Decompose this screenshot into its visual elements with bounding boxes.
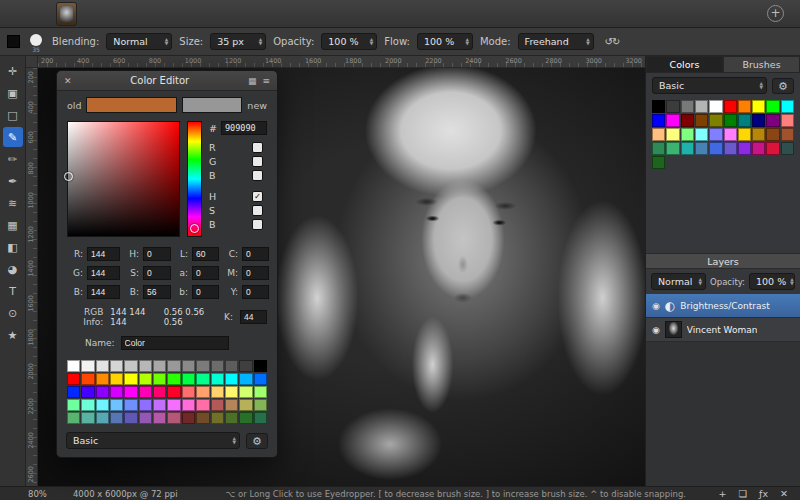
color-swatch[interactable]	[182, 412, 195, 424]
color-swatch[interactable]	[781, 128, 794, 141]
color-swatch[interactable]	[196, 373, 209, 385]
eye-icon[interactable]: ◉	[652, 325, 660, 335]
hex-input[interactable]	[221, 121, 267, 135]
gear-icon[interactable]: ⚙	[772, 78, 794, 94]
color-swatch[interactable]	[239, 399, 252, 411]
delete-layer-icon[interactable]: ✕	[780, 488, 788, 499]
color-swatch[interactable]	[96, 360, 109, 372]
color-swatch[interactable]	[167, 412, 180, 424]
hue-marker[interactable]	[190, 224, 199, 233]
favorites-star-tool[interactable]: ★	[3, 325, 23, 345]
c-input[interactable]	[242, 247, 269, 261]
color-swatch[interactable]	[652, 142, 665, 155]
color-swatch[interactable]	[124, 399, 137, 411]
color-swatch[interactable]	[153, 360, 166, 372]
color-swatch[interactable]	[766, 128, 779, 141]
color-swatch[interactable]	[709, 128, 722, 141]
checkbox-icon[interactable]: ✓	[252, 219, 263, 230]
ink-pen-tool[interactable]: ✒	[3, 171, 23, 191]
color-swatch[interactable]	[752, 100, 765, 113]
color-swatch[interactable]	[81, 412, 94, 424]
saturation-brightness-field[interactable]	[67, 121, 180, 237]
color-swatch[interactable]	[225, 412, 238, 424]
s-input[interactable]	[143, 266, 171, 280]
color-swatch[interactable]	[67, 360, 80, 372]
color-swatch[interactable]	[781, 100, 794, 113]
color-swatch[interactable]	[681, 142, 694, 155]
panel-menu-icon[interactable]: ≡	[262, 76, 270, 86]
tab-colors[interactable]: Colors	[646, 56, 723, 73]
color-swatch[interactable]	[211, 412, 224, 424]
color-swatch[interactable]	[182, 399, 195, 411]
zoom-tool[interactable]: ⊙	[3, 303, 23, 323]
color-swatch[interactable]	[652, 100, 665, 113]
color-swatch[interactable]	[67, 412, 80, 424]
color-swatch[interactable]	[738, 142, 751, 155]
channel-row-h[interactable]: H ✓	[209, 189, 263, 203]
color-swatch[interactable]	[666, 128, 679, 141]
color-swatch[interactable]	[738, 128, 751, 141]
color-swatch[interactable]	[766, 142, 779, 155]
color-swatch[interactable]	[724, 114, 737, 127]
color-swatch[interactable]	[67, 386, 80, 398]
m-input[interactable]	[242, 266, 269, 280]
color-swatch[interactable]	[239, 360, 252, 372]
move-tool[interactable]: ✛	[3, 61, 23, 81]
color-swatch[interactable]	[666, 100, 679, 113]
color-swatch[interactable]	[709, 100, 722, 113]
a-input[interactable]	[192, 266, 219, 280]
color-swatch[interactable]	[196, 399, 209, 411]
layer-opacity-select[interactable]: 100 % ▲▼	[749, 273, 795, 290]
gear-icon[interactable]: ⚙	[246, 433, 268, 449]
color-swatch[interactable]	[153, 412, 166, 424]
color-swatch[interactable]	[153, 386, 166, 398]
color-swatch[interactable]	[96, 373, 109, 385]
checkbox-icon[interactable]: ✓	[252, 170, 263, 181]
color-swatch[interactable]	[225, 373, 238, 385]
color-swatch[interactable]	[81, 373, 94, 385]
color-swatch[interactable]	[666, 142, 679, 155]
channel-row-b[interactable]: B ✓	[209, 168, 263, 182]
color-editor-titlebar[interactable]: ✕ Color Editor ▦ ≡	[57, 71, 277, 91]
k-input[interactable]	[240, 310, 267, 324]
size-select[interactable]: 35 px ▲▼	[210, 33, 266, 50]
color-swatch[interactable]	[167, 399, 180, 411]
color-swatch[interactable]	[96, 412, 109, 424]
color-swatch[interactable]	[752, 142, 765, 155]
checkbox-icon[interactable]: ✓	[252, 156, 263, 167]
color-swatch[interactable]	[766, 100, 779, 113]
checkbox-icon[interactable]: ✓	[252, 142, 263, 153]
color-swatch[interactable]	[139, 373, 152, 385]
color-swatch[interactable]	[225, 399, 238, 411]
color-swatch[interactable]	[182, 386, 195, 398]
color-name-input[interactable]	[121, 336, 229, 350]
color-swatch[interactable]	[652, 128, 665, 141]
color-swatch[interactable]	[124, 412, 137, 424]
layer-row-brightness-contrast[interactable]: ◉ ◐ Brightness/Contrast	[646, 294, 800, 318]
color-swatch[interactable]	[239, 412, 252, 424]
color-swatch[interactable]	[182, 360, 195, 372]
color-swatch[interactable]	[167, 386, 180, 398]
bb-input[interactable]	[192, 285, 219, 299]
color-swatch[interactable]	[724, 142, 737, 155]
eye-icon[interactable]: ◉	[652, 301, 660, 311]
color-swatch[interactable]	[709, 114, 722, 127]
flow-select[interactable]: 100 % ▲▼	[417, 33, 473, 50]
color-swatch[interactable]	[139, 386, 152, 398]
smudge-tool[interactable]: ≋	[3, 193, 23, 213]
color-swatch[interactable]	[652, 156, 665, 169]
g-input[interactable]	[87, 266, 120, 280]
l-input[interactable]	[192, 247, 219, 261]
color-swatch[interactable]	[124, 360, 137, 372]
tab-brushes[interactable]: Brushes	[723, 56, 800, 73]
pencil-tool[interactable]: ✏	[3, 149, 23, 169]
brush-preview-icon[interactable]: 35	[27, 34, 45, 53]
b-input[interactable]	[87, 285, 120, 299]
color-swatch[interactable]	[254, 412, 267, 424]
color-swatch[interactable]	[738, 100, 751, 113]
color-swatch[interactable]	[225, 360, 238, 372]
color-swatch[interactable]	[681, 114, 694, 127]
opacity-select[interactable]: 100 % ▲▼	[321, 33, 377, 50]
color-swatch[interactable]	[196, 386, 209, 398]
add-layer-icon[interactable]: +	[719, 488, 727, 499]
